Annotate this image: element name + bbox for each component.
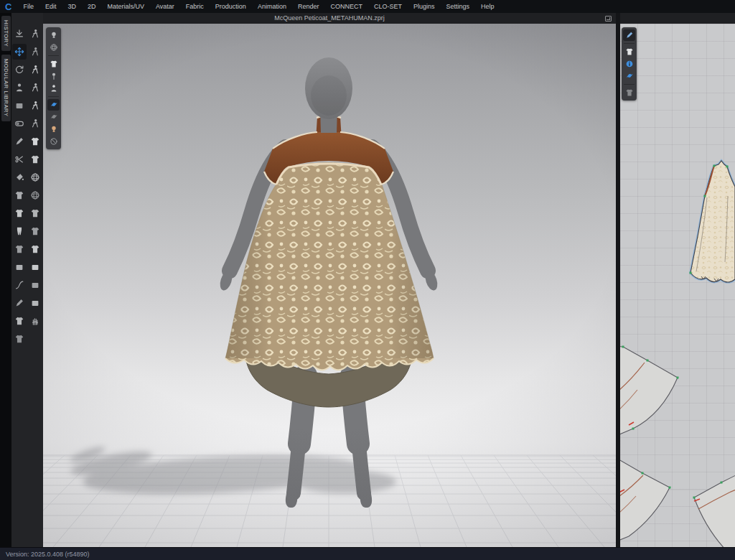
edit-pattern-icon[interactable] [623,29,635,41]
show-garment-icon[interactable] [47,58,60,70]
side-tab-modular-library[interactable]: MODULAR LIBRARY [1,55,11,121]
sphere-uv-icon[interactable] [28,169,42,185]
status-bar: Version: 2025.0.408 (r54890) [0,547,735,560]
pants-pair-icon[interactable] [12,223,27,239]
move-tool-icon[interactable] [12,44,27,60]
menu-fabric[interactable]: Fabric [180,3,210,10]
menu-materials-uv[interactable]: Materials/UV [101,3,150,10]
show-mannequin-icon[interactable] [47,83,60,94]
menu-2d[interactable]: 2D [82,3,102,10]
menu-bar: C FileEdit3D2DMaterials/UVAvatarFabricPr… [0,0,735,13]
show-skin-icon[interactable] [47,123,60,135]
toolbar-separator [624,43,635,44]
2d-pattern-canvas [620,24,735,547]
walk-avatar-icon[interactable] [28,26,42,42]
title-bar: McQueen Peticoat_METAHUMAN.zprj [43,13,735,24]
menu-items: FileEdit3D2DMaterials/UVAvatarFabricProd… [17,3,500,10]
3d-scene [43,24,616,547]
pattern-info-icon[interactable] [623,58,635,70]
garment-front-icon[interactable] [12,313,27,329]
menu-animation[interactable]: Animation [252,3,292,10]
app-toolbar [11,13,43,547]
undock-window-icon[interactable] [605,16,612,22]
sphere-grid-icon[interactable] [28,187,42,203]
checker-shirt-icon[interactable] [28,134,42,149]
fabric-swatch-1-icon[interactable] [28,259,42,275]
show-pattern-icon[interactable] [623,46,635,57]
viewport-3d[interactable] [43,24,616,547]
menu-3d[interactable]: 3D [62,3,82,10]
toolbar-separator [48,96,59,97]
panel-2d[interactable] [620,24,735,547]
menu-settings[interactable]: Settings [440,3,475,10]
panel-2d-toolbar [622,27,637,101]
pattern-mesh-icon[interactable] [623,87,635,98]
menu-help[interactable]: Help [475,3,500,10]
rotate-tool-icon[interactable] [12,62,27,78]
app-toolbar-column-b [28,26,42,547]
pattern-piece-flare-2[interactable] [620,454,671,546]
toolbar-separator [48,55,59,56]
pattern-piece-front-bodice[interactable] [690,161,735,282]
scissors-tool-icon[interactable] [12,151,27,167]
sewing-machine-icon[interactable] [12,259,27,275]
import-garment-icon[interactable] [12,26,27,42]
pin-garment-icon[interactable] [47,70,60,82]
hand-pin-icon[interactable] [28,313,42,329]
disable-overlay-icon[interactable] [47,136,60,147]
curve-tool-icon[interactable] [12,277,27,293]
jacket-tool-icon[interactable] [12,187,27,203]
pose-5-icon[interactable] [28,116,42,131]
tape-measure-icon[interactable] [12,116,27,131]
viewport-3d-toolbar [46,27,61,149]
pen-tool-icon[interactable] [12,134,27,149]
pattern-piece-flare-3[interactable] [693,470,735,547]
menu-plugins[interactable]: Plugins [408,3,441,10]
side-tab-strip: HISTORYMODULAR LIBRARY [0,13,11,547]
avatar-display-icon[interactable] [12,80,27,95]
clo-logo[interactable]: C [5,2,11,11]
fabric-swatch-2-icon[interactable] [28,277,42,293]
avatar-head[interactable] [305,57,352,119]
show-fabric-2d-icon[interactable] [623,70,635,82]
project-title: McQueen Peticoat_METAHUMAN.zprj [43,13,616,24]
show-avatar-head-icon[interactable] [47,29,60,41]
garment-fit-icon[interactable] [28,205,42,221]
avatar-shadow [69,444,396,500]
pose-4-icon[interactable] [28,98,42,113]
menu-production[interactable]: Production [210,3,252,10]
pose-1-icon[interactable] [28,44,42,60]
menu-clo-set[interactable]: CLO-SET [368,3,408,10]
menu-render[interactable]: Render [292,3,325,10]
dotted-shirt-icon[interactable] [28,223,42,239]
fabric-swatch-3-icon[interactable] [28,295,42,311]
version-text: Version: 2025.0.408 (r54890) [6,551,90,558]
avatar-accessory-icon[interactable] [47,42,60,53]
pattern-piece-flare-1[interactable] [620,345,679,440]
menu-edit[interactable]: Edit [39,3,62,10]
menu-file[interactable]: File [17,3,39,10]
paint-bucket-icon[interactable] [12,169,27,185]
toolbar-separator [624,84,635,85]
menu-avatar[interactable]: Avatar [150,3,180,10]
shirt-pair-icon[interactable] [12,205,27,221]
stylus-tool-icon[interactable] [12,295,27,311]
striped-shirt-icon[interactable] [28,241,42,257]
menu-connect[interactable]: CONNECT [324,3,368,10]
hanger-garment-icon[interactable] [12,241,27,257]
side-tab-history[interactable]: HISTORY [1,16,11,51]
fabric-texture-off-icon[interactable] [47,111,60,123]
panel-divider[interactable] [616,13,620,547]
garment-half-icon[interactable] [12,331,27,347]
app-toolbar-column-a [12,26,27,547]
fabric-texture-on-icon[interactable] [47,99,60,111]
snapshot-icon[interactable] [12,98,27,113]
plain-shirt-icon[interactable] [28,151,42,167]
clo3d-window: C FileEdit3D2DMaterials/UVAvatarFabricPr… [0,0,735,560]
pose-2-icon[interactable] [28,62,42,78]
pose-3-icon[interactable] [28,80,42,95]
